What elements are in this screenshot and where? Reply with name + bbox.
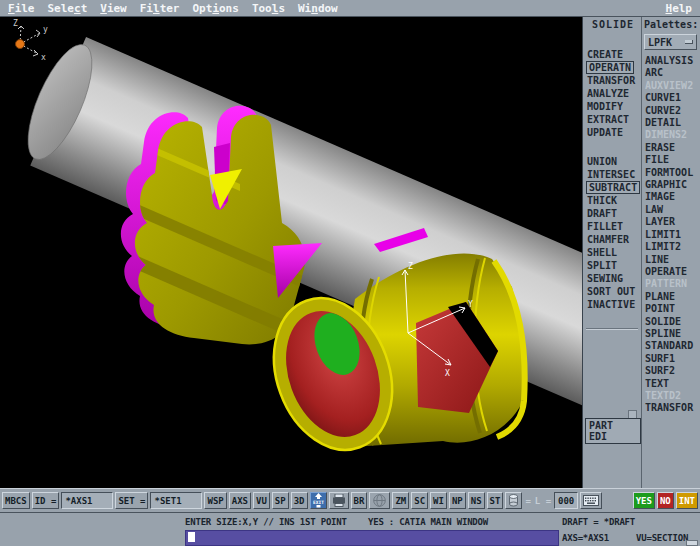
- palette-dropdown-value: LPFK: [648, 37, 672, 48]
- menu-options[interactable]: Options: [193, 2, 239, 15]
- menu-tools[interactable]: Tools: [252, 2, 285, 15]
- solide-item-sort-out[interactable]: SORT OUT: [583, 285, 641, 298]
- menu-file[interactable]: File: [8, 2, 35, 15]
- set-label-button[interactable]: SET =: [115, 492, 148, 509]
- solide-item-extract[interactable]: EXTRACT: [583, 113, 641, 126]
- palette-item-transfor[interactable]: TRANSFOR: [642, 402, 700, 414]
- np-button[interactable]: NP: [449, 492, 466, 509]
- no-button[interactable]: NO: [657, 492, 674, 509]
- palette-item-surf1[interactable]: SURF1: [642, 353, 700, 365]
- globe-button[interactable]: [369, 492, 390, 509]
- palette-item-standard[interactable]: STANDARD: [642, 340, 700, 352]
- set-value-field[interactable]: *SET1: [150, 492, 202, 509]
- menu-filter[interactable]: Filter: [140, 2, 180, 15]
- palette-item-curve1[interactable]: CURVE1: [642, 92, 700, 104]
- globe-icon: [372, 494, 387, 507]
- palette-item-curve2[interactable]: CURVE2: [642, 105, 700, 117]
- palette-item-file[interactable]: FILE: [642, 154, 700, 166]
- solide-item-chamfer[interactable]: CHAMFER: [583, 233, 641, 246]
- svg-text:x: x: [41, 53, 46, 62]
- printer-icon: [332, 494, 346, 507]
- zm-button[interactable]: ZM: [392, 492, 409, 509]
- palette-item-analysis[interactable]: ANALYSIS: [642, 55, 700, 67]
- wsp-button[interactable]: WSP: [204, 492, 226, 509]
- solide-item-shell[interactable]: SHELL: [583, 246, 641, 259]
- viewport-canvas[interactable]: Z Y X Z y x: [0, 17, 582, 488]
- solide-item-update[interactable]: UPDATE: [583, 126, 641, 139]
- palette-dropdown[interactable]: LPFK: [644, 34, 697, 50]
- palette-item-formtool[interactable]: FORMTOOL: [642, 167, 700, 179]
- solide-item-operatn[interactable]: OPERATN: [586, 61, 634, 74]
- palette-item-spline[interactable]: SPLINE: [642, 328, 700, 340]
- part-edit-button[interactable]: PART EDI: [585, 418, 641, 444]
- palette-item-image[interactable]: IMAGE: [642, 191, 700, 203]
- menu-view[interactable]: View: [100, 2, 127, 15]
- vu-indicator: VU=SECTION: [636, 533, 688, 543]
- sp-button[interactable]: SP: [272, 492, 289, 509]
- menu-select[interactable]: Select: [48, 2, 88, 15]
- palette-item-auxview2: AUXVIEW2: [642, 80, 700, 92]
- solide-item-union[interactable]: UNION: [583, 155, 641, 168]
- solide-item-fillet[interactable]: FILLET: [583, 220, 641, 233]
- palette-item-limit1[interactable]: LIMIT1: [642, 229, 700, 241]
- mbcs-button[interactable]: MBCS: [2, 492, 30, 509]
- keyboard-button[interactable]: [580, 492, 602, 509]
- palette-item-plane[interactable]: PLANE: [642, 291, 700, 303]
- id-label-button[interactable]: ID =: [32, 492, 60, 509]
- sc-button[interactable]: SC: [411, 492, 428, 509]
- print-button[interactable]: [329, 492, 349, 509]
- solide-item-thick[interactable]: THICK: [583, 194, 641, 207]
- palette-item-line[interactable]: LINE: [642, 254, 700, 266]
- prompt-message: ENTER SIZE:X,Y // INS 1ST POINT: [185, 517, 347, 527]
- ns-button[interactable]: NS: [468, 492, 485, 509]
- id-value-field[interactable]: *AXS1: [61, 492, 113, 509]
- st-button[interactable]: ST: [487, 492, 504, 509]
- solide-item-create[interactable]: CREATE: [583, 48, 641, 61]
- palette-item-point[interactable]: POINT: [642, 303, 700, 315]
- palette-item-text[interactable]: TEXT: [642, 378, 700, 390]
- catia-window: File Select View Filter Options Tools Wi…: [0, 0, 700, 546]
- menu-window[interactable]: Window: [298, 2, 338, 15]
- exit-button[interactable]: EXIT: [310, 492, 327, 509]
- solide-item-subtract[interactable]: SUBTRACT: [586, 181, 640, 194]
- solide-item-intersec[interactable]: INTERSEC: [583, 168, 641, 181]
- palette-item-solide[interactable]: SOLIDE: [642, 316, 700, 328]
- solide-item-analyze[interactable]: ANALYZE: [583, 87, 641, 100]
- vu-button[interactable]: VU: [253, 492, 270, 509]
- sidebar: SOLIDE CREATE OPERATN TRANSFOR ANALYZE M…: [582, 17, 700, 488]
- solide-item-inactive[interactable]: INACTIVE: [583, 298, 641, 311]
- svg-text:Y: Y: [468, 300, 473, 309]
- solide-item-modify[interactable]: MODIFY: [583, 100, 641, 113]
- axs-button[interactable]: AXS: [229, 492, 251, 509]
- int-button[interactable]: INT: [676, 492, 698, 509]
- keyboard-icon: [583, 495, 599, 506]
- menubar: File Select View Filter Options Tools Wi…: [0, 0, 700, 17]
- wi-button[interactable]: WI: [430, 492, 447, 509]
- layer-value-field[interactable]: 000: [554, 492, 578, 509]
- solide-item-split[interactable]: SPLIT: [583, 259, 641, 272]
- solide-item-draft[interactable]: DRAFT: [583, 207, 641, 220]
- svg-text:X: X: [445, 369, 450, 378]
- dropdown-indicator-icon: [685, 40, 693, 44]
- palette-item-layer[interactable]: LAYER: [642, 216, 700, 228]
- eraser-button[interactable]: [505, 492, 522, 509]
- command-input[interactable]: [185, 530, 559, 546]
- triad-origin: [16, 40, 25, 49]
- palette-item-surf2[interactable]: SURF2: [642, 365, 700, 377]
- menu-help[interactable]: Help: [666, 2, 693, 15]
- palette-item-limit2[interactable]: LIMIT2: [642, 241, 700, 253]
- equals-label: =: [524, 496, 531, 506]
- palette-item-operate[interactable]: OPERATE: [642, 266, 700, 278]
- yes-button[interactable]: YES: [633, 492, 655, 509]
- palette-item-detail[interactable]: DETAIL: [642, 117, 700, 129]
- palette-item-graphic[interactable]: GRAPHIC: [642, 179, 700, 191]
- palette-item-arc[interactable]: ARC: [642, 67, 700, 79]
- palette-item-erase[interactable]: ERASE: [642, 142, 700, 154]
- solide-item-transfor[interactable]: TRANSFOR: [583, 74, 641, 87]
- solide-item-sewing[interactable]: SEWING: [583, 272, 641, 285]
- palette-item-textd2: TEXTD2: [642, 390, 700, 402]
- br-button[interactable]: BR: [351, 492, 368, 509]
- 3d-button[interactable]: 3D: [291, 492, 308, 509]
- palette-item-law[interactable]: LAW: [642, 204, 700, 216]
- resize-grip[interactable]: [686, 540, 698, 546]
